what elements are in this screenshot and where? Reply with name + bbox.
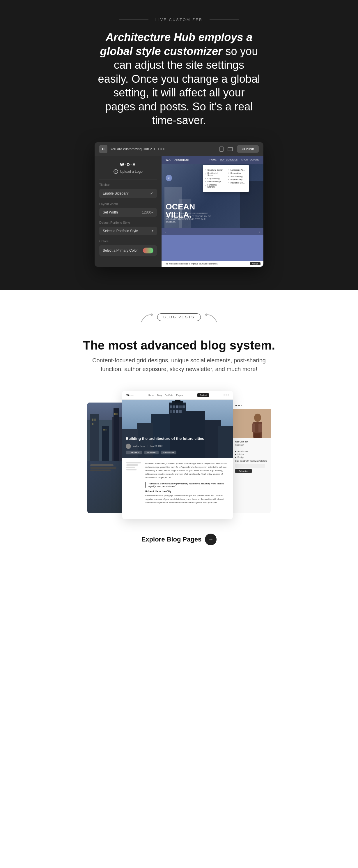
titlebar-label: Titlebar (99, 183, 157, 186)
color-swatch (143, 248, 153, 253)
blog-posts-section-wrapper: BLOG POSTS The most advanced blog system… (0, 290, 358, 568)
desktop-icon[interactable] (228, 147, 233, 151)
blog-right-person-svg (233, 409, 271, 438)
svg-rect-11 (116, 413, 118, 415)
blog-subheading: Urban Life in the City (145, 490, 229, 493)
svg-rect-8 (103, 429, 105, 431)
svg-rect-15 (175, 400, 181, 403)
blog-hero-text: Building the architecture of the future … (122, 433, 207, 458)
sidebar-logo-name: W-D-A (99, 162, 157, 167)
svg-point-32 (254, 413, 261, 422)
preview-dropdown-menu: Structural Design Residential Space City… (203, 165, 249, 192)
prev-arrow-icon[interactable]: ‹ (164, 229, 166, 234)
blog-right-title: Col Cha Inn (235, 440, 268, 443)
blog-hero-stats: 0 Comments 5 min read Architecture (126, 451, 204, 455)
swirl-right-icon (140, 312, 154, 323)
svg-rect-10 (114, 413, 116, 415)
svg-rect-30 (218, 426, 233, 458)
chevron-down-icon: ▾ (152, 229, 153, 232)
blog-mockup-area: W. — Home Blog Portfolio Pages Contact (12, 391, 346, 519)
checkmark-icon: ✓ (150, 191, 153, 196)
blog-hero-avatar (126, 444, 131, 449)
explore-blog-pages-label: Explore Blog Pages (141, 536, 202, 543)
blog-left-building-img (87, 403, 122, 461)
topbar-icons: Publish (220, 145, 259, 153)
menu-col-1: Structural Design Residential Space City… (203, 167, 226, 190)
svg-rect-24 (179, 410, 182, 413)
blog-nav-links: Home Blog Portfolio Pages (148, 394, 183, 396)
text-line (90, 464, 113, 466)
swirl-left-icon (204, 312, 218, 323)
blog-center-content: You need to succeed, surround yourself w… (122, 458, 233, 512)
svg-rect-37 (257, 433, 260, 438)
svg-rect-17 (173, 405, 175, 408)
mobile-icon[interactable] (220, 147, 224, 152)
dot-1 (158, 148, 159, 150)
layout-width-label: Layout Width (99, 202, 157, 206)
live-customizer-section: LIVE CUSTOMIZER Architecture Hub employs… (0, 0, 358, 290)
blog-right-nav-logo: W-D-A (233, 403, 271, 409)
dot-2 (160, 148, 162, 150)
blog-center-preview: W. — Home Blog Portfolio Pages Contact (122, 391, 233, 519)
mockup-window: H You are customizing Hub 2.3 Publish (95, 142, 263, 267)
set-width-field[interactable]: Set Width 1280px (99, 208, 157, 217)
cookie-accept-button[interactable]: Accept (250, 262, 260, 265)
svg-rect-9 (105, 429, 107, 431)
topbar-dots (158, 148, 164, 150)
sidebar-logo-area: W-D-A + Upload a Logo (99, 162, 157, 174)
blog-nav-contact-btn[interactable]: Contact (197, 393, 209, 397)
explore-arrow-button[interactable]: → (205, 534, 217, 545)
svg-rect-35 (258, 424, 262, 432)
blog-posts-section: BLOG POSTS The most advanced blog system… (0, 290, 358, 568)
svg-rect-1 (90, 414, 99, 461)
preview-cookie-bar: This website uses cookies to improve you… (162, 261, 263, 267)
preview-nav: W.A — ARCHITECT HOME OUR SERVICES ARCHIT… (162, 156, 263, 164)
svg-rect-31 (233, 409, 271, 438)
portfolio-style-label: Default Portfolio Style (99, 221, 157, 224)
blog-right-preview: W-D-A Col Cha Inn (233, 403, 271, 513)
preview-nav-arrows: ‹ › (162, 228, 263, 235)
blog-main-text: You need to succeed, surround yourself w… (145, 462, 229, 507)
section-label: LIVE CUSTOMIZER (119, 18, 239, 22)
svg-rect-19 (179, 405, 182, 408)
next-arrow-icon[interactable]: › (259, 229, 260, 234)
blog-posts-label: BLOG POSTS (157, 313, 200, 321)
customizer-headline: Architecture Hub employs a global style … (98, 31, 260, 128)
text-line (90, 469, 110, 471)
svg-rect-34 (252, 424, 255, 432)
customizer-mockup: H You are customizing Hub 2.3 Publish (12, 142, 346, 267)
blog-right-lines: Architecture Interior Design (235, 449, 268, 458)
svg-rect-5 (92, 418, 93, 421)
mockup-topbar: H You are customizing Hub 2.3 Publish (95, 142, 263, 156)
newsletter-submit-mock: Subscribe (235, 469, 252, 473)
svg-rect-18 (176, 405, 178, 408)
enable-sidebar-field[interactable]: Enable Sidebar? ✓ (99, 189, 157, 198)
plus-icon: + (113, 169, 118, 174)
blog-center-nav: W. — Home Blog Portfolio Pages Contact (122, 391, 233, 400)
colors-label: Colors (99, 240, 157, 243)
blog-right-newsletter: Stay tuned with weekly newsletters. (235, 460, 268, 462)
svg-rect-4 (113, 408, 119, 461)
hub-logo-icon: H (99, 145, 107, 153)
svg-rect-2 (102, 426, 109, 461)
blog-left-text (87, 461, 122, 475)
customizer-sidebar: W-D-A + Upload a Logo Titlebar Enable Si… (95, 156, 162, 267)
primary-color-field[interactable]: Select a Primary Color (99, 245, 157, 256)
upload-logo-button[interactable]: + Upload a Logo (99, 169, 157, 174)
publish-button[interactable]: Publish (237, 145, 259, 153)
svg-rect-22 (173, 410, 175, 413)
blog-hero-author-row: Author Name | Mar 20, 2022 (126, 444, 204, 449)
blog-right-hero-img (233, 409, 271, 438)
svg-rect-20 (183, 405, 185, 408)
blog-content-layout: You need to succeed, surround yourself w… (126, 462, 229, 507)
blog-center-hero: Building the architecture of the future … (122, 400, 233, 458)
blog-right-content: Col Cha Inn From new Architecture Interi… (233, 438, 271, 476)
text-line (90, 467, 117, 469)
mockup-body: W-D-A + Upload a Logo Titlebar Enable Si… (95, 156, 263, 267)
topbar-left: H You are customizing Hub 2.3 (99, 145, 164, 153)
blog-left-preview (87, 403, 122, 513)
svg-rect-7 (92, 423, 93, 425)
left-building-svg (87, 403, 122, 461)
portfolio-style-dropdown[interactable]: Select a Portfolio Style ▾ (99, 227, 157, 235)
explore-btn-row: Explore Blog Pages → (141, 534, 217, 545)
